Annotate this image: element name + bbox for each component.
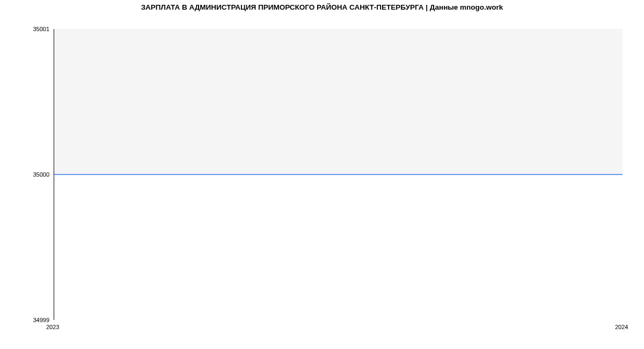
xtick-right: 2024 <box>615 324 628 330</box>
ytick-mid: 35000 <box>1 172 49 178</box>
ytick-top: 35001 <box>1 26 49 32</box>
ytick-bot: 34999 <box>1 317 49 323</box>
plot-area <box>54 29 623 320</box>
chart-title: ЗАРПЛАТА В АДМИНИСТРАЦИЯ ПРИМОРСКОГО РАЙ… <box>0 3 644 11</box>
xtick-left: 2023 <box>46 324 59 330</box>
series-area-fill <box>54 175 623 320</box>
series-line <box>54 174 623 175</box>
